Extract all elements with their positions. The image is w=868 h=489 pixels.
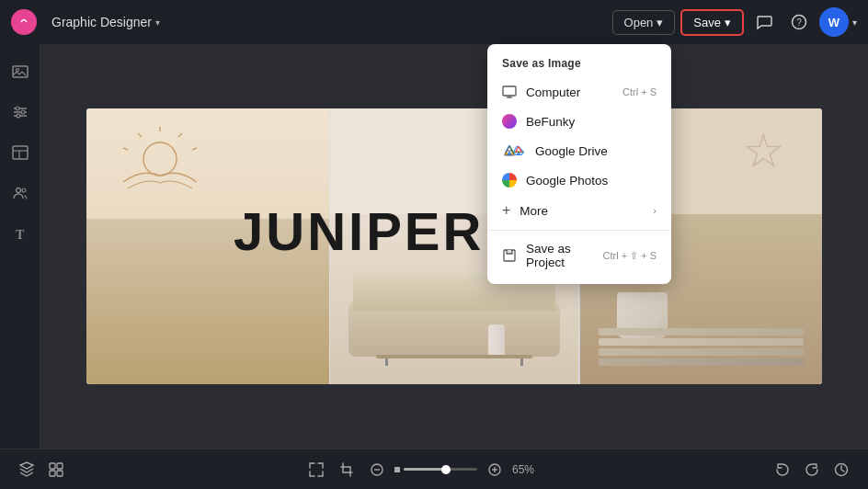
gdrive-icon-overlay [511,143,526,158]
moodboard: JUNIPER [86,108,822,384]
google-photos-icon [502,173,517,188]
zoom-in-button[interactable] [485,460,505,480]
save-more-label: More [520,204,644,218]
save-project-shortcut: Ctrl + ⇧ + S [602,250,657,262]
topbar-right: Open ▾ Save ▾ ? W ▾ [612,7,857,37]
save-computer-item[interactable]: Computer Ctrl + S [487,77,671,107]
chat-icon [756,14,772,30]
computer-icon [502,85,517,99]
svg-point-14 [16,188,20,193]
adjust-icon [11,103,29,121]
layout-icon [11,143,29,162]
svg-point-9 [21,110,25,114]
avatar-dropdown-button[interactable]: ▾ [852,17,857,28]
zoom-out-button[interactable] [367,460,387,480]
app-logo [11,9,37,35]
save-button[interactable]: Save ▾ [680,9,744,36]
crop-button[interactable] [336,458,360,482]
sun-drawing [105,122,215,214]
sidebar-item-text[interactable]: T [4,217,37,250]
project-name-label: Graphic Designer [51,15,152,29]
open-button[interactable]: Open ▾ [612,10,676,35]
zoom-slider-container [394,467,477,472]
svg-rect-33 [57,471,63,476]
chat-button[interactable] [749,7,779,37]
zoom-slider-handle[interactable] [441,465,451,474]
star-decoration: ☆ [742,127,785,175]
bottom-right [771,458,853,482]
topbar: Graphic Designer ▾ Open ▾ Save ▾ ? W ▾ [0,0,868,44]
sidebar-item-adjust[interactable] [4,96,37,129]
dropdown-header: Save as Image [487,51,671,77]
save-computer-label: Computer [526,85,613,99]
open-label: Open [624,16,654,29]
layers-icon [18,461,35,478]
svg-point-15 [22,188,26,192]
undo-icon [774,461,791,478]
zoom-slider[interactable] [404,468,477,471]
save-gdrive-label: Google Drive [535,144,657,158]
save-gdrive-item[interactable]: Google Drive [487,136,671,165]
svg-rect-11 [13,146,28,159]
zoom-dot [394,467,400,472]
undo-button[interactable] [771,458,794,482]
save-label: Save [693,16,721,29]
save-gphotos-item[interactable]: Google Photos [487,165,671,195]
bottom-center: 65% [75,458,763,482]
avatar-letter: W [828,16,839,29]
open-chevron: ▾ [657,16,663,29]
sidebar-item-people[interactable] [4,176,37,210]
image-icon [11,63,29,81]
brand-title: JUNIPER [234,200,484,262]
svg-text:T: T [16,228,25,242]
svg-point-8 [16,107,19,110]
svg-line-19 [192,148,197,150]
help-button[interactable]: ? [784,7,814,37]
save-befunky-label: BeFunky [526,115,657,129]
fit-screen-icon [308,461,325,478]
sidebar-item-layout[interactable] [4,136,37,169]
layers-button[interactable] [15,458,39,482]
save-project-item[interactable]: Save as Project Ctrl + ⇧ + S [487,234,671,277]
save-computer-shortcut: Ctrl + S [622,86,657,97]
svg-point-4 [16,69,18,72]
save-dropdown-menu: Save as Image Computer Ctrl + S BeFunky [487,44,671,284]
canvas-content: JUNIPER [86,108,822,384]
user-avatar[interactable]: W [819,7,849,37]
project-name-button[interactable]: Graphic Designer ▾ [44,11,167,33]
zoom-label: 65% [512,463,534,476]
redo-button[interactable] [800,458,824,482]
left-sidebar: T [0,44,40,449]
bottom-bar: 65% [0,449,868,489]
befunky-icon [502,114,517,129]
svg-rect-32 [50,471,55,476]
redo-icon [804,461,820,478]
zoom-out-icon [371,463,383,476]
text-icon: T [11,224,29,243]
svg-rect-23 [503,86,516,96]
dropdown-divider [487,230,671,231]
sidebar-item-image[interactable] [4,55,37,88]
help-icon: ? [791,14,807,30]
bottom-left [15,458,68,482]
save-project-icon [502,248,517,263]
history-button[interactable] [829,458,853,482]
crop-icon [339,461,356,478]
save-gphotos-label: Google Photos [526,174,657,188]
save-more-item[interactable]: + More › [487,195,671,226]
svg-line-18 [178,133,182,137]
fit-screen-button[interactable] [304,458,328,482]
more-chevron-icon: › [653,205,657,216]
moodboard-left: JUNIPER [86,108,329,384]
grid-button[interactable] [44,458,68,482]
save-befunky-item[interactable]: BeFunky [487,107,671,136]
svg-line-20 [138,133,142,137]
svg-point-10 [17,114,20,118]
svg-point-0 [17,16,30,28]
svg-line-21 [123,148,128,150]
history-icon [833,461,850,478]
people-icon [11,184,29,202]
plus-icon: + [502,202,510,219]
svg-text:?: ? [796,17,802,28]
canvas-wrapper: JUNIPER [40,44,868,449]
